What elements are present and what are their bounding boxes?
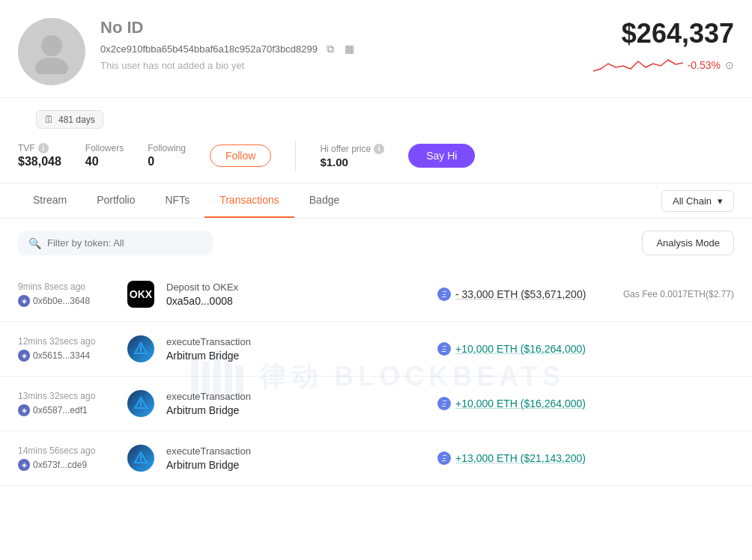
hi-offer-stat: Hi offer price i $1.00	[320, 144, 384, 168]
chain-dot-icon: ◈	[18, 404, 30, 416]
vertical-divider	[295, 141, 296, 171]
tx-hash: ◈ 0x6587...edf1	[18, 404, 115, 416]
change-direction-icon: ⊙	[725, 59, 734, 71]
search-icon: 🔍	[28, 237, 41, 249]
avatar	[18, 18, 85, 85]
tab-nfts[interactable]: NFTs	[150, 183, 204, 218]
tx-amount: Ξ +10,000 ETH ($16,264,000)	[437, 342, 602, 356]
tx-action: executeTransaction	[166, 336, 425, 347]
chain-selector-label: All Chain	[673, 195, 712, 207]
table-row: 9mins 8secs ago ◈ 0x6b0e...3648 OKX Depo…	[0, 267, 752, 322]
tx-hash: ◈ 0x6b0e...3648	[18, 295, 115, 307]
tx-time: 14mins 56secs ago	[18, 445, 115, 456]
profile-header: No ID 0x2ce910fbba65b454bbaf6a18c952a70f…	[0, 0, 752, 98]
days-label: 481 days	[58, 115, 95, 125]
tx-hash: ◈ 0x673f...cde9	[18, 459, 115, 471]
tx-description: executeTransaction Arbitrum Bridge	[166, 391, 425, 416]
hi-offer-value: $1.00	[320, 156, 384, 168]
portfolio-change: -0.53% ⊙	[593, 52, 734, 77]
tvf-stat: TVF i $38,048	[18, 143, 61, 168]
say-hi-button[interactable]: Say Hi	[408, 144, 475, 168]
svg-point-1	[35, 58, 68, 74]
tx-meta: 9mins 8secs ago ◈ 0x6b0e...3648	[18, 281, 115, 307]
chevron-down-icon: ▾	[718, 195, 723, 207]
tx-list-container: 9mins 8secs ago ◈ 0x6b0e...3648 OKX Depo…	[0, 267, 752, 486]
chain-dot-icon: ◈	[18, 295, 30, 307]
tvf-label: TVF i	[18, 143, 61, 153]
following-value: 0	[148, 155, 186, 168]
following-stat: Following 0	[148, 143, 186, 168]
following-label: Following	[148, 143, 186, 153]
protocol-icon-arbitrum	[127, 445, 154, 472]
portfolio-amount: $264,337	[593, 18, 734, 49]
tab-stream[interactable]: Stream	[18, 183, 82, 218]
followers-value: 40	[85, 155, 124, 168]
hi-offer-label: Hi offer price i	[320, 144, 384, 154]
tx-meta: 13mins 32secs ago ◈ 0x6587...edf1	[18, 391, 115, 416]
tx-meta: 12mins 32secs ago ◈ 0x5615...3344	[18, 336, 115, 362]
table-row: 14mins 56secs ago ◈ 0x673f...cde9 execut…	[0, 431, 752, 486]
tab-transactions[interactable]: Transactions	[204, 183, 294, 218]
tx-time: 12mins 32secs ago	[18, 336, 115, 347]
tabs-row: Stream Portfolio NFTs Transactions Badge…	[0, 183, 752, 219]
amount-value: - 33,000 ETH ($53,671,200)	[455, 288, 586, 300]
calendar-icon: 🗓	[44, 114, 54, 125]
followers-stat: Followers 40	[85, 143, 124, 168]
tvf-info-icon[interactable]: i	[38, 143, 49, 153]
amount-value: +13,000 ETH ($21,143,200)	[455, 452, 586, 464]
tx-protocol: Arbitrum Bridge	[166, 350, 425, 362]
tab-portfolio[interactable]: Portfolio	[82, 183, 150, 218]
portfolio-value-area: $264,337 -0.53% ⊙	[593, 18, 734, 77]
tx-description: executeTransaction Arbitrum Bridge	[166, 445, 425, 471]
days-badge: 🗓 481 days	[36, 110, 103, 129]
wallet-address: 0x2ce910fbba65b454bbaf6a18c952a70f3bcd82…	[100, 43, 318, 55]
protocol-icon-arbitrum	[127, 335, 154, 362]
stats-row: TVF i $38,048 Followers 40 Following 0 F…	[0, 135, 752, 183]
amount-value: +10,000 ETH ($16,264,000)	[455, 398, 586, 410]
tx-time: 9mins 8secs ago	[18, 281, 115, 292]
eth-icon: Ξ	[437, 287, 451, 301]
tx-protocol: Arbitrum Bridge	[166, 404, 425, 416]
followers-label: Followers	[85, 143, 124, 153]
table-row: 12mins 32secs ago ◈ 0x5615...3344 execut…	[0, 322, 752, 377]
tx-description: executeTransaction Arbitrum Bridge	[166, 336, 425, 362]
sparkline-chart	[593, 52, 683, 77]
tvf-value: $38,048	[18, 155, 61, 168]
tx-meta: 14mins 56secs ago ◈ 0x673f...cde9	[18, 445, 115, 471]
eth-icon: Ξ	[437, 342, 451, 356]
filter-row: 🔍 Analysis Mode	[0, 219, 752, 267]
hi-offer-info-icon[interactable]: i	[374, 144, 384, 154]
tx-amount: Ξ - 33,000 ETH ($53,671,200)	[437, 287, 602, 301]
analysis-mode-button[interactable]: Analysis Mode	[642, 231, 734, 255]
tx-hash: ◈ 0x5615...3344	[18, 350, 115, 362]
tx-action: executeTransaction	[166, 445, 425, 457]
follow-button[interactable]: Follow	[210, 144, 271, 167]
tab-badge[interactable]: Badge	[294, 183, 354, 218]
amount-value: +10,000 ETH ($16,264,000)	[455, 343, 586, 355]
protocol-icon-okex: OKX	[127, 281, 154, 308]
chain-dot-icon: ◈	[18, 459, 30, 471]
tx-action: executeTransaction	[166, 391, 425, 402]
svg-point-0	[41, 35, 62, 56]
tx-protocol: Arbitrum Bridge	[166, 459, 425, 471]
eth-icon: Ξ	[437, 451, 451, 465]
search-input[interactable]	[47, 237, 202, 249]
table-row: 13mins 32secs ago ◈ 0x6587...edf1 execut…	[0, 377, 752, 431]
transactions-list: 9mins 8secs ago ◈ 0x6b0e...3648 OKX Depo…	[0, 267, 752, 486]
tx-action: Deposit to OKEx	[166, 281, 425, 293]
tx-gas: Gas Fee 0.0017ETH($2.77)	[614, 289, 734, 299]
chain-selector[interactable]: All Chain ▾	[661, 190, 734, 212]
copy-icon[interactable]: ⧉	[324, 42, 337, 55]
tx-amount: Ξ +13,000 ETH ($21,143,200)	[437, 451, 602, 465]
tx-amount: Ξ +10,000 ETH ($16,264,000)	[437, 397, 602, 410]
protocol-icon-arbitrum	[127, 390, 154, 417]
tx-description: Deposit to OKEx 0xa5a0...0008	[166, 281, 425, 307]
search-wrap: 🔍	[18, 231, 213, 255]
chain-dot-icon: ◈	[18, 350, 30, 362]
tx-protocol: 0xa5a0...0008	[166, 295, 425, 307]
tx-time: 13mins 32secs ago	[18, 391, 115, 401]
eth-icon: Ξ	[437, 397, 451, 410]
change-percentage: -0.53%	[688, 59, 721, 71]
qr-icon[interactable]: ▦	[343, 42, 357, 55]
